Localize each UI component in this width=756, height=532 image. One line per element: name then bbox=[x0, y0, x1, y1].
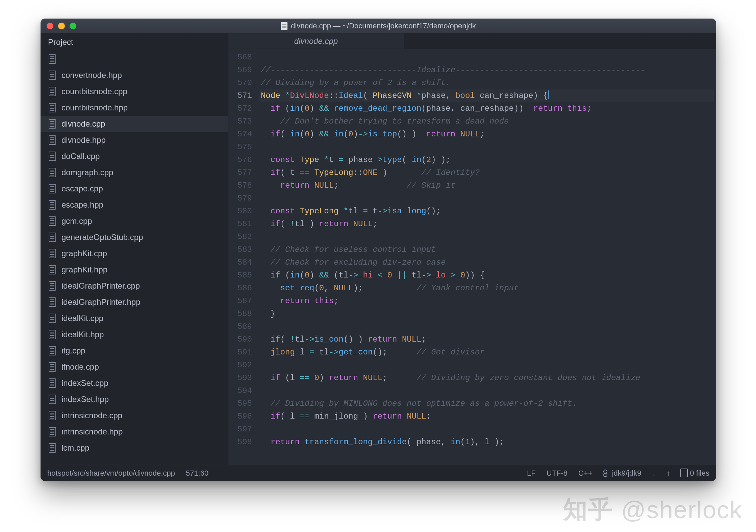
file-label: generateOptoStub.cpp bbox=[61, 233, 143, 242]
file-icon bbox=[49, 184, 56, 193]
editor-window: divnode.cpp — ~/Documents/jokerconf17/de… bbox=[41, 19, 716, 481]
file-label: indexSet.cpp bbox=[61, 378, 108, 388]
file-label: idealKit.cpp bbox=[61, 314, 103, 323]
sidebar-file-item[interactable]: graphKit.cpp bbox=[41, 245, 228, 262]
sidebar-file-item[interactable]: ifg.cpp bbox=[41, 343, 228, 359]
sidebar-file-item[interactable]: indexSet.cpp bbox=[41, 375, 228, 391]
file-icon bbox=[49, 168, 56, 177]
sidebar-file-item[interactable]: escape.hpp bbox=[41, 197, 228, 213]
status-path[interactable]: hotspot/src/share/vm/opto/divnode.cpp bbox=[47, 469, 175, 478]
file-label: escape.hpp bbox=[61, 200, 103, 210]
editor-column: divnode.cpp 5685695705715725735745755765… bbox=[228, 33, 716, 465]
file-list[interactable]: convertnode.hppcountbitsnode.cppcountbit… bbox=[41, 51, 228, 465]
sidebar-file-item[interactable]: countbitsnode.cpp bbox=[41, 83, 228, 100]
file-label: intrinsicnode.cpp bbox=[61, 411, 122, 420]
file-label: doCall.cpp bbox=[61, 152, 100, 161]
file-icon bbox=[49, 330, 56, 339]
line-gutter: 5685695705715725735745755765775785795805… bbox=[228, 49, 257, 465]
file-label: divnode.cpp bbox=[61, 119, 105, 129]
file-label: domgraph.cpp bbox=[61, 168, 113, 177]
window-zoom-button[interactable] bbox=[70, 23, 76, 29]
file-icon bbox=[49, 71, 56, 80]
file-icon bbox=[49, 103, 56, 112]
file-icon bbox=[49, 265, 56, 274]
files-icon bbox=[681, 470, 687, 477]
tab-bar-background bbox=[404, 33, 716, 49]
code-area: 5685695705715725735745755765775785795805… bbox=[228, 49, 716, 465]
sidebar-file-item[interactable]: divnode.cpp bbox=[41, 116, 228, 132]
status-changed-files[interactable]: 0 files bbox=[681, 469, 709, 478]
file-label: ifnode.cpp bbox=[61, 362, 99, 372]
sidebar-file-item[interactable]: domgraph.cpp bbox=[41, 164, 228, 181]
sidebar-file-item[interactable]: gcm.cpp bbox=[41, 213, 228, 229]
git-push-icon[interactable]: ↑ bbox=[667, 469, 671, 478]
status-encoding[interactable]: UTF-8 bbox=[547, 469, 568, 478]
window-minimize-button[interactable] bbox=[58, 23, 65, 29]
git-pull-icon[interactable]: ↓ bbox=[652, 469, 656, 478]
status-branch-label: jdk9/jdk9 bbox=[612, 469, 641, 478]
file-icon bbox=[49, 411, 56, 420]
status-eol[interactable]: LF bbox=[527, 469, 536, 478]
window-title: divnode.cpp — ~/Documents/jokerconf17/de… bbox=[291, 22, 476, 30]
file-icon bbox=[49, 395, 56, 404]
file-icon bbox=[49, 216, 56, 226]
file-label: intrinsicnode.hpp bbox=[61, 427, 123, 436]
code-editor[interactable]: //------------------------------Idealize… bbox=[257, 49, 716, 465]
file-icon bbox=[49, 427, 56, 436]
window-close-button[interactable] bbox=[47, 23, 53, 29]
status-bar: hotspot/src/share/vm/opto/divnode.cpp 57… bbox=[41, 465, 716, 481]
file-label: indexSet.hpp bbox=[61, 395, 109, 404]
file-icon bbox=[49, 346, 56, 355]
zhihu-logo: 知乎 bbox=[563, 494, 613, 526]
status-language[interactable]: C++ bbox=[578, 469, 593, 478]
status-cursor-position[interactable]: 571:60 bbox=[186, 469, 208, 478]
window-titlebar: divnode.cpp — ~/Documents/jokerconf17/de… bbox=[41, 19, 716, 33]
file-icon bbox=[49, 443, 56, 453]
file-label: ifg.cpp bbox=[61, 346, 85, 355]
sidebar-file-item[interactable]: intrinsicnode.hpp bbox=[41, 424, 228, 440]
sidebar-file-item[interactable]: intrinsicnode.cpp bbox=[41, 407, 228, 424]
sidebar-file-item[interactable]: escape.cpp bbox=[41, 181, 228, 197]
file-icon bbox=[49, 87, 56, 96]
sidebar-file-item[interactable] bbox=[41, 51, 228, 67]
file-label: idealGraphPrinter.hpp bbox=[61, 297, 140, 307]
status-files-label: 0 files bbox=[690, 469, 709, 478]
main-split: Project convertnode.hppcountbitsnode.cpp… bbox=[41, 33, 716, 465]
sidebar-file-item[interactable]: lcm.cpp bbox=[41, 440, 228, 456]
sidebar-file-item[interactable]: divnode.hpp bbox=[41, 132, 228, 148]
sidebar-header: Project bbox=[41, 33, 228, 51]
file-type-icon bbox=[281, 22, 287, 30]
sidebar-file-item[interactable]: indexSet.hpp bbox=[41, 391, 228, 407]
tab-active[interactable]: divnode.cpp bbox=[228, 33, 404, 49]
file-icon bbox=[49, 378, 56, 388]
file-label: divnode.hpp bbox=[61, 135, 106, 145]
sidebar-file-item[interactable]: ifnode.cpp bbox=[41, 359, 228, 375]
file-icon bbox=[49, 362, 56, 372]
file-label: graphKit.hpp bbox=[61, 265, 107, 274]
file-label: gcm.cpp bbox=[61, 216, 92, 226]
file-icon bbox=[49, 297, 56, 307]
file-icon bbox=[49, 119, 56, 129]
sidebar-file-item[interactable]: generateOptoStub.cpp bbox=[41, 229, 228, 245]
tab-bar: divnode.cpp bbox=[228, 33, 716, 49]
status-git-branch[interactable]: jdk9/jdk9 bbox=[603, 469, 641, 478]
file-icon bbox=[49, 314, 56, 323]
file-icon bbox=[49, 152, 56, 161]
file-label: idealGraphPrinter.cpp bbox=[61, 281, 140, 291]
sidebar-file-item[interactable]: doCall.cpp bbox=[41, 148, 228, 164]
file-icon bbox=[49, 249, 56, 258]
watermark: 知乎 @sherlock bbox=[563, 494, 742, 526]
sidebar-file-item[interactable]: idealKit.cpp bbox=[41, 310, 228, 326]
sidebar-file-item[interactable]: idealKit.hpp bbox=[41, 326, 228, 343]
sidebar-file-item[interactable]: idealGraphPrinter.cpp bbox=[41, 278, 228, 294]
sidebar-file-item[interactable]: countbitsnode.hpp bbox=[41, 100, 228, 116]
watermark-handle: @sherlock bbox=[621, 496, 742, 524]
file-icon bbox=[49, 135, 56, 145]
file-label: countbitsnode.cpp bbox=[61, 87, 127, 96]
file-icon bbox=[49, 54, 56, 64]
sidebar-file-item[interactable]: idealGraphPrinter.hpp bbox=[41, 294, 228, 310]
sidebar-file-item[interactable]: graphKit.hpp bbox=[41, 262, 228, 278]
sidebar-file-item[interactable]: convertnode.hpp bbox=[41, 67, 228, 83]
file-icon bbox=[49, 200, 56, 210]
file-label: idealKit.hpp bbox=[61, 330, 104, 339]
